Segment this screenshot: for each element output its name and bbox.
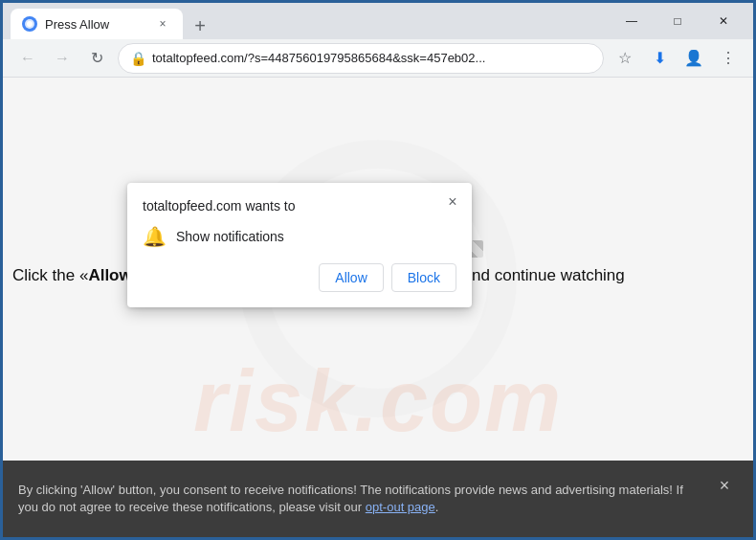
popup-title: totaltopfeed.com wants to bbox=[143, 198, 456, 214]
url-box[interactable]: 🔒 totaltopfeed.com/?s=448756019795865684… bbox=[118, 43, 604, 74]
bell-icon: 🔔 bbox=[143, 225, 167, 248]
title-bar: Press Allow × + — □ ✕ bbox=[3, 3, 753, 39]
tab-title: Press Allow bbox=[45, 17, 146, 32]
bottom-bar: By clicking 'Allow' button, you consent … bbox=[3, 461, 753, 537]
popup-buttons: Allow Block bbox=[143, 263, 456, 292]
bottom-bar-close-button[interactable]: × bbox=[711, 472, 738, 499]
menu-button[interactable]: ⋮ bbox=[715, 45, 742, 72]
popup-item-label: Show notifications bbox=[176, 229, 284, 244]
block-button[interactable]: Block bbox=[391, 263, 456, 292]
maximize-button[interactable]: □ bbox=[656, 6, 700, 36]
page-content: risk.com Click the «Allow» button to sub… bbox=[3, 78, 753, 537]
new-tab-button[interactable]: + bbox=[187, 12, 213, 39]
reload-button[interactable]: ↻ bbox=[83, 45, 110, 72]
window-close-button[interactable]: ✕ bbox=[701, 6, 745, 36]
downloads-button[interactable]: ⬇ bbox=[646, 45, 673, 72]
bookmark-button[interactable]: ☆ bbox=[611, 45, 638, 72]
opt-out-link[interactable]: opt-out page bbox=[366, 500, 435, 514]
address-bar: ← → ↻ 🔒 totaltopfeed.com/?s=448756019795… bbox=[3, 39, 753, 78]
browser-window: Press Allow × + — □ ✕ ← → ↻ 🔒 totaltopfe… bbox=[3, 3, 753, 537]
popup-close-button[interactable]: × bbox=[441, 191, 464, 214]
lock-icon: 🔒 bbox=[130, 51, 146, 66]
tab-favicon bbox=[22, 16, 37, 32]
profile-button[interactable]: 👤 bbox=[680, 45, 707, 72]
tab-area: Press Allow × + bbox=[11, 3, 602, 39]
notification-popup: × totaltopfeed.com wants to 🔔 Show notif… bbox=[127, 183, 472, 307]
url-text: totaltopfeed.com/?s=448756019795865684&s… bbox=[152, 51, 591, 65]
popup-notification-item: 🔔 Show notifications bbox=[143, 225, 456, 248]
allow-button[interactable]: Allow bbox=[319, 263, 383, 292]
active-tab[interactable]: Press Allow × bbox=[11, 9, 183, 39]
forward-button[interactable]: → bbox=[49, 45, 76, 72]
bottom-bar-text: By clicking 'Allow' button, you consent … bbox=[18, 482, 700, 516]
back-button[interactable]: ← bbox=[14, 45, 41, 72]
window-controls: — □ ✕ bbox=[610, 6, 745, 36]
tab-close-button[interactable]: × bbox=[154, 15, 171, 33]
svg-point-1 bbox=[27, 21, 33, 27]
minimize-button[interactable]: — bbox=[610, 6, 654, 36]
